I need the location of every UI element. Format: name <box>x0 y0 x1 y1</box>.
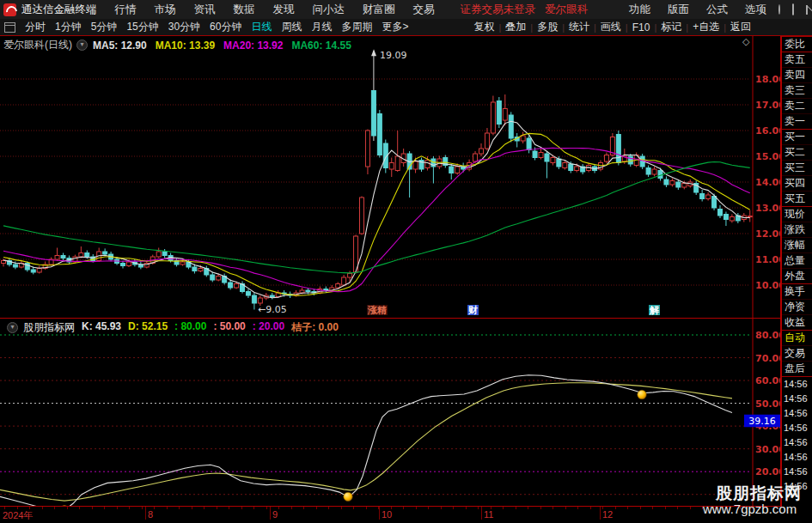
sidebar-row-外盘[interactable]: 外盘 <box>782 269 812 284</box>
sidebar-row-卖一[interactable]: 卖一 <box>782 114 812 130</box>
news-tag-解[interactable]: 解 <box>649 305 660 315</box>
month-tick <box>379 507 380 520</box>
indicator-values: K: 45.93D: 52.15: 80.00: 50.00: 20.00桔子:… <box>82 320 345 335</box>
minor-tick <box>341 507 342 509</box>
minor-tick <box>142 507 143 509</box>
tool-标记[interactable]: 标记 <box>661 20 681 34</box>
sidebar-row-总量[interactable]: 总量 <box>782 253 812 269</box>
minor-tick <box>54 507 55 509</box>
chart-corner-marker-icon[interactable]: ◇ <box>742 36 749 47</box>
menu-选项[interactable]: 选项 <box>745 3 766 17</box>
month-label-8: 8 <box>148 509 153 520</box>
menu-行情[interactable]: 行情 <box>115 3 137 17</box>
sidebar-tab-盘后[interactable]: 盘后 <box>782 362 812 377</box>
sidebar-row-收益[interactable]: 收益 <box>782 315 812 331</box>
sidebar-row-买三[interactable]: 买三 <box>782 161 812 176</box>
sidebar-row-卖五[interactable]: 卖五 <box>782 52 812 68</box>
tool-多股[interactable]: 多股 <box>537 20 558 34</box>
sidebar-row-买五[interactable]: 买五 <box>782 192 812 207</box>
menu-版面[interactable]: 版面 <box>668 3 689 17</box>
period-分时[interactable]: 分时 <box>25 20 46 34</box>
indicator-chevron-icon[interactable]: ▾ <box>7 322 18 333</box>
sidebar-row-净资[interactable]: 净资 <box>782 300 812 315</box>
sidebar-row-买四[interactable]: 买四 <box>782 176 812 192</box>
menu-数据[interactable]: 数据 <box>234 3 255 17</box>
quote-rows: 委比卖五卖四卖三卖二卖一买一买二买三买四买五现价涨跌涨幅总量外盘换手净资收益自动… <box>782 37 812 494</box>
sidebar-row-卖二[interactable]: 卖二 <box>782 99 812 114</box>
period-60分钟[interactable]: 60分钟 <box>210 20 241 34</box>
tool-F10[interactable]: F10 <box>632 21 650 33</box>
tool-返回[interactable]: 返回 <box>730 20 751 34</box>
minor-tick <box>528 507 528 509</box>
toolbar-divider: | <box>498 22 501 33</box>
minor-tick <box>303 507 304 509</box>
main-candlestick-chart[interactable]: 18.0017.0016.0015.0014.0013.0012.0011.00… <box>0 36 780 318</box>
menu-问小达[interactable]: 问小达 <box>313 3 345 17</box>
phone-icon[interactable] <box>792 3 794 15</box>
menu-资讯[interactable]: 资讯 <box>194 3 216 17</box>
tool-叠加[interactable]: 叠加 <box>505 20 526 34</box>
toolbar-divider: | <box>594 22 596 33</box>
period-30分钟[interactable]: 30分钟 <box>168 20 200 34</box>
menu-财富圈[interactable]: 财富圈 <box>363 3 395 17</box>
indicator-name[interactable]: 股朋指标网 <box>23 320 75 335</box>
minor-tick <box>640 507 641 509</box>
period-更多>[interactable]: 更多> <box>382 20 408 34</box>
news-tag-涨精[interactable]: 涨精 <box>367 305 388 315</box>
active-stock-label[interactable]: 爱尔眼科 <box>545 3 588 17</box>
tool-画线[interactable]: 画线 <box>601 20 621 34</box>
watermark-url: www.7gpzb.com <box>703 502 797 516</box>
minor-tick <box>328 507 329 509</box>
chevron-down-icon[interactable]: ▾ <box>76 40 88 51</box>
minor-tick <box>652 507 653 509</box>
period-1分钟[interactable]: 1分钟 <box>55 20 82 34</box>
mail-icon[interactable] <box>806 5 808 15</box>
sidebar-row-涨幅[interactable]: 涨幅 <box>782 238 812 253</box>
minor-tick <box>253 507 254 509</box>
minor-tick <box>503 507 504 509</box>
period-周线[interactable]: 周线 <box>281 20 302 34</box>
menu-功能[interactable]: 功能 <box>629 3 650 17</box>
stock-period-title[interactable]: 爱尔眼科(日线) <box>3 38 72 52</box>
menu-公式[interactable]: 公式 <box>706 3 728 17</box>
minor-tick <box>615 507 616 509</box>
minor-tick <box>167 507 168 509</box>
sidebar-row-换手[interactable]: 换手 <box>782 284 812 300</box>
sidebar-row-现价[interactable]: 现价 <box>782 207 812 222</box>
window-layout-icon[interactable] <box>4 22 15 33</box>
menu-交易[interactable]: 交易 <box>413 3 435 17</box>
period-月线[interactable]: 月线 <box>311 20 332 34</box>
sidebar-row-买二[interactable]: 买二 <box>782 145 812 161</box>
month-tick <box>600 507 601 520</box>
minor-tick <box>453 507 454 509</box>
indicator-panel-chart[interactable]: 80.0070.0060.0050.0040.0030.0020.0039.16 <box>0 319 780 507</box>
time-axis[interactable]: 2024年 89101112 <box>0 506 812 523</box>
minor-tick <box>690 507 691 509</box>
period-5分钟[interactable]: 5分钟 <box>91 20 118 34</box>
menu-市场[interactable]: 市场 <box>155 3 176 17</box>
minor-tick <box>516 507 516 509</box>
sidebar-row-卖三[interactable]: 卖三 <box>782 83 812 99</box>
sidebar-tab-交易[interactable]: 交易 <box>782 346 812 362</box>
sidebar-tab-自动[interactable]: 自动 <box>782 331 812 346</box>
chat-icon[interactable] <box>778 4 780 15</box>
period-15分钟[interactable]: 15分钟 <box>126 20 158 34</box>
minor-tick <box>92 507 93 509</box>
month-tick <box>270 507 271 520</box>
tool-统计[interactable]: 统计 <box>569 20 589 34</box>
sidebar-row-卖四[interactable]: 卖四 <box>782 68 812 83</box>
sidebar-row-委比[interactable]: 委比 <box>782 37 812 52</box>
period-日线[interactable]: 日线 <box>251 20 272 34</box>
sidebar-row-买一[interactable]: 买一 <box>782 130 812 145</box>
minor-tick <box>204 507 205 509</box>
news-tag-财[interactable]: 财 <box>467 305 479 315</box>
menu-发现[interactable]: 发现 <box>273 3 295 17</box>
tool-复权[interactable]: 复权 <box>473 20 494 34</box>
svg-text:11.00: 11.00 <box>755 254 780 265</box>
minor-tick <box>217 507 217 509</box>
tool-+自选[interactable]: +自选 <box>693 20 719 34</box>
sidebar-row-涨跌[interactable]: 涨跌 <box>782 222 812 238</box>
trade-login-status[interactable]: 证券交易未登录 <box>461 3 536 17</box>
toolbar-divider: | <box>530 22 533 33</box>
period-多周期[interactable]: 多周期 <box>341 20 372 34</box>
